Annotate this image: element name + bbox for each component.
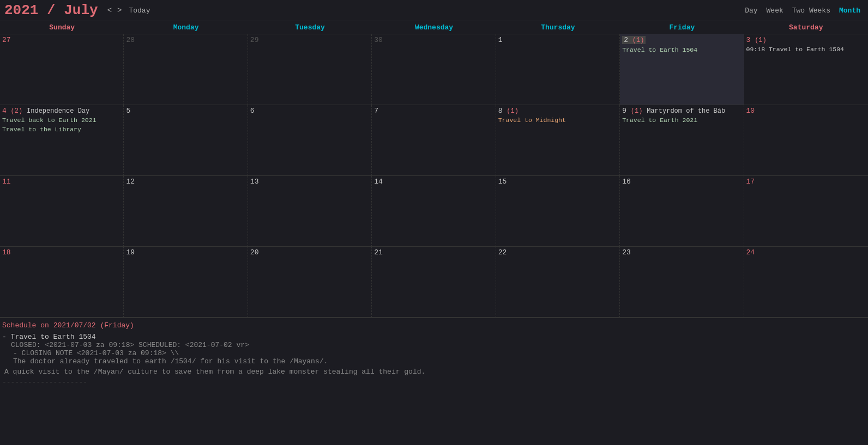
schedule-item-label: - Travel to Earth 1504 [2,333,866,341]
app-container: 2021 / July < > Today Day Week Two Weeks… [0,0,868,389]
schedule-day: (Friday) [100,321,134,330]
cell-jun28[interactable]: 28 [124,34,248,105]
prev-button[interactable]: < [105,5,114,16]
cell-jul18[interactable]: 18 [0,247,124,318]
date-jun30: 30 [374,36,493,44]
cell-jul7[interactable]: 7 [372,105,496,176]
date-jul15: 15 [498,178,617,186]
cell-jul10[interactable]: 10 [744,105,868,176]
event-jul8-1: Travel to Midnight [498,116,617,125]
header-saturday: Saturday [744,21,868,34]
date-jul18: 18 [2,248,121,257]
date-jun27: 27 [2,36,121,44]
day-headers: Sunday Monday Tuesday Wednesday Thursday… [0,21,868,34]
header-tuesday: Tuesday [248,21,372,34]
date-jul11: 11 [2,178,121,186]
month-label: July [64,2,98,19]
calendar-title: 2021 / July [4,2,98,19]
date-jul9: 9 (1) Martyrdom of the Báb [622,107,741,115]
cell-jul23[interactable]: 23 [620,247,744,318]
schedule-item-meta: CLOSED: <2021-07-03 za 09:18> SCHEDULED:… [11,341,866,349]
date-jul3: 3 (1) [746,36,866,44]
date-jul1: 1 [498,36,617,44]
date-jul20: 20 [250,248,369,257]
holiday-jul9: Martyrdom of the Báb [647,107,725,115]
cell-jul8[interactable]: 8 (1) Travel to Midnight [496,105,620,176]
holiday-jul4: Independence Day [27,107,89,115]
cell-jul21[interactable]: 21 [372,247,496,318]
event-jul2-1: Travel to Earth 1504 [622,46,741,54]
count-jul9: (1) [631,107,643,115]
cell-jul17[interactable]: 17 [744,176,868,247]
schedule-title-prefix: Schedule on [2,321,53,330]
count-jul3: (1) [755,36,767,44]
date-jun28: 28 [126,36,245,44]
schedule-note-label: - CLOSING NOTE <2021-07-03 za 09:18> \\ [13,349,866,357]
cell-jul9[interactable]: 9 (1) Martyrdom of the Báb Travel to Ear… [620,105,744,176]
date-jul22: 22 [498,248,617,257]
date-jul17: 17 [746,178,866,186]
cell-jul24[interactable]: 24 [744,247,868,318]
calendar-grid: 27 28 29 30 1 2 (1) Travel to Earth 1504… [0,34,868,318]
date-jul24: 24 [746,248,866,257]
header-wednesday: Wednesday [372,21,496,34]
cell-jul20[interactable]: 20 [248,247,372,318]
cell-jul22[interactable]: 22 [496,247,620,318]
date-jul2: 2 (1) [622,36,646,44]
date-jul4: 4 (2) Independence Day [2,107,121,115]
schedule-title: Schedule on 2021/07/02 (Friday) [2,321,866,330]
calendar: Sunday Monday Tuesday Wednesday Thursday… [0,21,868,318]
date-jul10: 10 [746,107,866,115]
separator: / [38,2,64,19]
view-day-button[interactable]: Day [742,5,761,16]
schedule-description: A quick visit to the /Mayan/ culture to … [4,368,866,376]
cell-jul13[interactable]: 13 [248,176,372,247]
count-jul8: (1) [507,107,519,115]
event-jul9-1: Travel to Earth 2021 [622,116,741,125]
date-jul7: 7 [374,107,493,115]
cell-jul4[interactable]: 4 (2) Independence Day Travel back to Ea… [0,105,124,176]
count-jul4: (2) [11,107,23,115]
cell-jul1[interactable]: 1 [496,34,620,105]
cell-jun29[interactable]: 29 [248,34,372,105]
calendar-header: 2021 / July < > Today Day Week Two Weeks… [0,0,868,21]
date-jul6: 6 [250,107,369,115]
date-jun29: 29 [250,36,369,44]
view-twoweeks-button[interactable]: Two Weeks [789,5,834,16]
cell-jul5[interactable]: 5 [124,105,248,176]
date-jul16: 16 [622,178,741,186]
schedule-note-line1: The doctor already traveled to earth /15… [13,357,866,365]
cell-jul15[interactable]: 15 [496,176,620,247]
cell-jul14[interactable]: 14 [372,176,496,247]
schedule-divider: -------------------- [2,378,866,386]
date-jul19: 19 [126,248,245,257]
cell-jul11[interactable]: 11 [0,176,124,247]
cell-jul12[interactable]: 12 [124,176,248,247]
cell-jun27[interactable]: 27 [0,34,124,105]
cell-jun30[interactable]: 30 [372,34,496,105]
date-jul13: 13 [250,178,369,186]
year-label: 2021 [4,2,38,19]
count-jul2: (1) [632,36,644,44]
today-button[interactable]: Today [124,5,154,16]
view-week-button[interactable]: Week [763,5,787,16]
cell-jul19[interactable]: 19 [124,247,248,318]
next-button[interactable]: > [114,5,124,16]
date-jul5: 5 [126,107,245,115]
event-jul4-2: Travel to the Library [2,125,121,134]
event-jul3-1: 09:18 Travel to Earth 1504 [746,45,866,54]
date-jul8: 8 (1) [498,107,617,115]
date-jul12: 12 [126,178,245,186]
cell-jul2[interactable]: 2 (1) Travel to Earth 1504 [620,34,744,105]
schedule-date: 2021/07/02 [53,321,96,330]
cell-jul16[interactable]: 16 [620,176,744,247]
date-jul14: 14 [374,178,493,186]
date-jul23: 23 [622,248,741,257]
cell-jul6[interactable]: 6 [248,105,372,176]
view-options: Day Week Two Weeks Month [742,5,864,16]
cell-jul3[interactable]: 3 (1) 09:18 Travel to Earth 1504 [744,34,868,105]
header-sunday: Sunday [0,21,124,34]
date-jul21: 21 [374,248,493,257]
view-month-button[interactable]: Month [836,5,864,16]
header-thursday: Thursday [496,21,620,34]
